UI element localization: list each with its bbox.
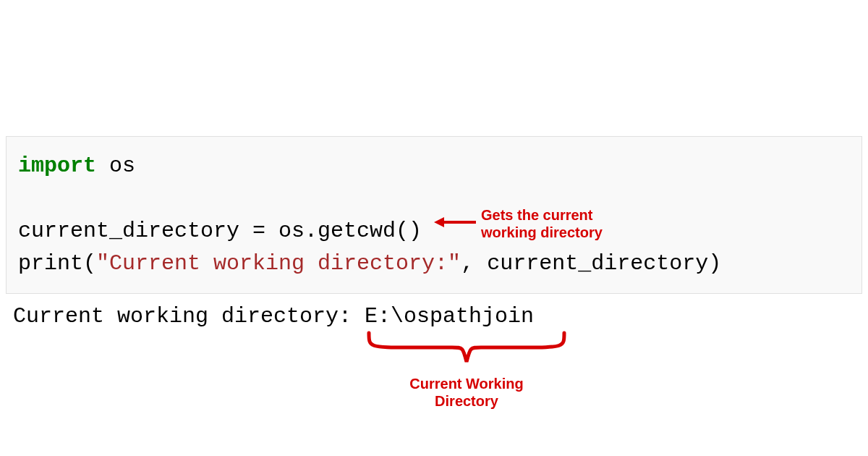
annotation-getcwd: Gets the current working directory	[481, 206, 603, 241]
arrow-left-icon	[434, 214, 477, 235]
annotation-cwd: Current Working Directory	[391, 375, 542, 410]
annotation-text: working directory	[481, 224, 603, 241]
blank-line	[18, 182, 850, 215]
annotation-text: Gets the current	[481, 206, 603, 224]
curly-brace-icon	[362, 329, 571, 376]
output-line: Current working directory: E:\ospathjoin	[13, 304, 534, 329]
annotation-text: Current Working	[391, 375, 542, 392]
code-text: os	[96, 153, 135, 178]
annotation-text: Directory	[391, 392, 542, 410]
code-line-3: print("Current working directory:", curr…	[18, 248, 850, 280]
string-literal: "Current working directory:"	[96, 251, 461, 276]
code-text: print(	[18, 251, 96, 276]
keyword-import: import	[18, 153, 96, 178]
code-text: , current_directory)	[461, 251, 721, 276]
svg-marker-1	[434, 217, 444, 227]
code-line-1: import os	[18, 150, 850, 182]
